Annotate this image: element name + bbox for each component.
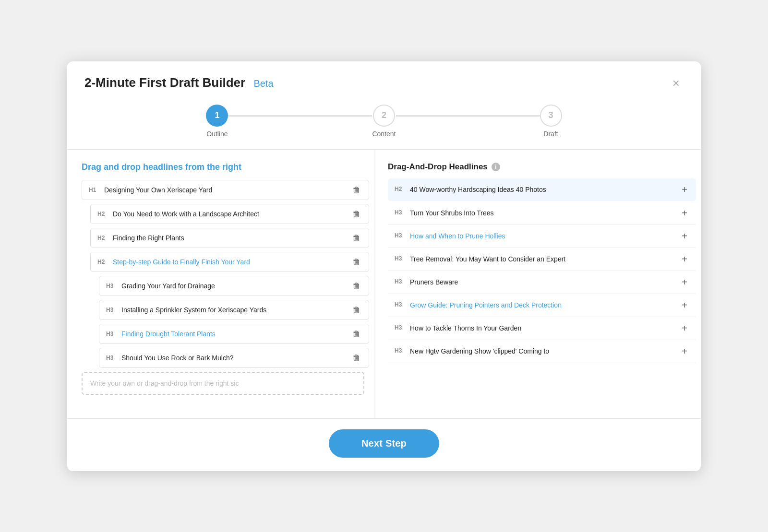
svg-rect-26 <box>356 309 357 312</box>
close-button[interactable]: × <box>669 75 684 91</box>
delete-item-3[interactable] <box>350 233 362 243</box>
stepper: 1 Outline 2 Content 3 Draft <box>67 100 701 149</box>
outline-item-h3-1: H3 Grading Your Yard for Drainage <box>99 276 369 296</box>
step-draft: 3 Draft <box>540 105 562 138</box>
svg-rect-32 <box>357 333 358 336</box>
headline-tag-2: H3 <box>395 208 405 216</box>
outline-item-h2-2: H2 Finding the Right Plants <box>90 228 369 248</box>
svg-rect-11 <box>356 237 357 240</box>
add-headline-1[interactable]: + <box>680 185 689 194</box>
info-icon[interactable]: i <box>492 163 500 171</box>
headline-item-2: H3 Turn Your Shrubs Into Trees + <box>388 202 696 225</box>
add-headline-8[interactable]: + <box>680 346 689 356</box>
delete-item-5[interactable] <box>350 281 362 291</box>
delete-item-8[interactable] <box>350 353 362 363</box>
svg-rect-35 <box>355 357 356 360</box>
outline-list: H1 Designing Your Own Xeriscape Yard H2 … <box>82 180 374 418</box>
right-panel-title: Drag-And-Drop Headlines i <box>388 162 701 172</box>
next-step-button[interactable]: Next Step <box>329 429 439 458</box>
headline-tag-5: H3 <box>395 277 405 285</box>
modal-title: 2-Minute First Draft Builder Beta <box>84 75 274 90</box>
svg-rect-27 <box>357 309 358 312</box>
add-headline-7[interactable]: + <box>680 323 689 333</box>
svg-rect-12 <box>357 237 358 240</box>
svg-rect-1 <box>356 189 357 192</box>
modal-title-text: 2-Minute First Draft Builder <box>84 75 245 90</box>
svg-rect-5 <box>355 213 356 216</box>
beta-badge: Beta <box>253 78 273 89</box>
main-content: Drag and drop headlines from the right H… <box>67 150 701 418</box>
step-line-2 <box>396 115 540 117</box>
svg-rect-15 <box>355 261 356 264</box>
delete-item-2[interactable] <box>350 209 362 219</box>
outline-item-h3-4: H3 Should You Use Rock or Bark Mulch? <box>99 348 369 368</box>
headline-tag-8: H3 <box>395 346 405 354</box>
headline-tag-6: H3 <box>395 300 405 308</box>
step-line-1 <box>228 115 372 117</box>
outline-item-h2-3: H2 Step-by-step Guide to Finally Finish … <box>90 252 369 272</box>
left-panel-title: Drag and drop headlines from the right <box>82 162 374 172</box>
svg-rect-2 <box>357 189 358 192</box>
add-headline-4[interactable]: + <box>680 254 689 264</box>
headline-tag-4: H3 <box>395 254 405 262</box>
modal-header: 2-Minute First Draft Builder Beta × <box>67 61 701 100</box>
outline-item-h3-3: H3 Finding Drought Tolerant Plants <box>99 324 369 344</box>
headline-tag-7: H3 <box>395 323 405 331</box>
outline-text-8: Should You Use Rock or Bark Mulch? <box>121 354 346 362</box>
add-headline-3[interactable]: + <box>680 231 689 241</box>
outline-text-5: Grading Your Yard for Drainage <box>121 282 346 290</box>
headline-text-1: 40 Wow-worthy Hardscaping Ideas 40 Photo… <box>410 185 675 195</box>
headline-text-8: New Hgtv Gardening Show 'clipped' Coming… <box>410 346 675 356</box>
headline-item-1: H2 40 Wow-worthy Hardscaping Ideas 40 Ph… <box>388 178 696 201</box>
svg-rect-21 <box>356 285 357 288</box>
step-circle-3: 3 <box>540 105 562 127</box>
headline-tag-3: H3 <box>395 231 405 239</box>
headline-text-5: Pruners Beware <box>410 277 675 287</box>
add-headline-6[interactable]: + <box>680 300 689 310</box>
delete-item-7[interactable] <box>350 329 362 339</box>
right-panel: Drag-And-Drop Headlines i H2 40 Wow-wort… <box>374 150 701 418</box>
modal-container: 2-Minute First Draft Builder Beta × 1 Ou… <box>67 61 701 471</box>
svg-rect-17 <box>357 261 358 264</box>
svg-rect-25 <box>355 309 356 312</box>
modal-footer: Next Step <box>67 418 701 471</box>
headline-text-6: Grow Guide: Pruning Pointers and Deck Pr… <box>410 300 675 310</box>
svg-rect-10 <box>355 237 356 240</box>
svg-rect-36 <box>356 357 357 360</box>
headline-item-6: H3 Grow Guide: Pruning Pointers and Deck… <box>388 294 696 317</box>
outline-text-4: Step-by-step Guide to Finally Finish You… <box>113 258 346 266</box>
delete-item-1[interactable] <box>350 185 362 195</box>
headline-tag-1: H2 <box>395 185 405 192</box>
outline-text-6: Installing a Sprinkler System for Xerisc… <box>121 306 346 314</box>
outline-text-7: Finding Drought Tolerant Plants <box>121 330 346 338</box>
svg-rect-16 <box>356 261 357 264</box>
delete-item-4[interactable] <box>350 257 362 267</box>
svg-rect-30 <box>355 333 356 336</box>
heading-tag-h3-4: H3 <box>106 355 117 361</box>
headline-text-2: Turn Your Shrubs Into Trees <box>410 208 675 218</box>
svg-rect-0 <box>355 189 356 192</box>
step-label-1: Outline <box>206 130 228 138</box>
heading-tag-h2-2: H2 <box>97 235 108 241</box>
left-panel: Drag and drop headlines from the right H… <box>67 150 374 418</box>
headline-text-7: How to Tackle Thorns In Your Garden <box>410 323 675 333</box>
outline-text-2: Do You Need to Work with a Landscape Arc… <box>113 210 346 218</box>
add-headline-2[interactable]: + <box>680 208 689 218</box>
heading-tag-h2-3: H2 <box>97 259 108 265</box>
step-circle-1: 1 <box>206 105 228 127</box>
heading-tag-h2-1: H2 <box>97 211 108 217</box>
heading-tag-h3-3: H3 <box>106 331 117 337</box>
add-headline-5[interactable]: + <box>680 277 689 287</box>
step-circle-2: 2 <box>373 105 395 127</box>
step-label-2: Content <box>372 130 396 138</box>
delete-item-6[interactable] <box>350 305 362 315</box>
headline-item-4: H3 Tree Removal: You May Want to Conside… <box>388 248 696 271</box>
drop-zone[interactable]: Write your own or drag-and-drop from the… <box>82 372 364 395</box>
heading-tag-h1: H1 <box>89 187 99 193</box>
headline-item-7: H3 How to Tackle Thorns In Your Garden + <box>388 317 696 340</box>
headline-item-3: H3 How and When to Prune Hollies + <box>388 225 696 248</box>
svg-rect-20 <box>355 285 356 288</box>
headline-text-4: Tree Removal: You May Want to Consider a… <box>410 254 675 264</box>
svg-rect-6 <box>356 213 357 216</box>
svg-rect-37 <box>357 357 358 360</box>
